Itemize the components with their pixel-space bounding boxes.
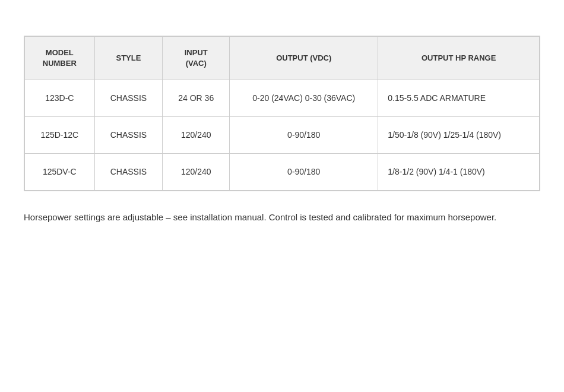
cell-input: 120/240 [163,154,230,191]
col-header-input: INPUT(VAC) [163,37,230,80]
col-header-output-hp: OUTPUT HP RANGE [378,37,540,80]
cell-model: 123D-C [25,80,95,117]
cell-output-hp: 1/50-1/8 (90V) 1/25-1/4 (180V) [378,117,540,154]
table-header-row: MODELNUMBER STYLE INPUT(VAC) OUTPUT (VDC… [25,37,540,80]
product-table: MODELNUMBER STYLE INPUT(VAC) OUTPUT (VDC… [24,36,540,191]
cell-output-vdc: 0-90/180 [230,154,378,191]
table-row: 125D-12CCHASSIS120/2400-90/1801/50-1/8 (… [25,117,540,154]
col-header-model: MODELNUMBER [25,37,95,80]
cell-model: 125D-12C [25,117,95,154]
col-header-style: STYLE [94,37,163,80]
cell-input: 24 OR 36 [163,80,230,117]
cell-style: CHASSIS [94,117,163,154]
cell-style: CHASSIS [94,80,163,117]
cell-style: CHASSIS [94,154,163,191]
footnote-text: Horsepower settings are adjustable – see… [24,210,540,225]
product-table-wrapper: MODELNUMBER STYLE INPUT(VAC) OUTPUT (VDC… [24,36,540,191]
cell-output-vdc: 0-20 (24VAC) 0-30 (36VAC) [230,80,378,117]
cell-output-hp: 1/8-1/2 (90V) 1/4-1 (180V) [378,154,540,191]
cell-output-vdc: 0-90/180 [230,117,378,154]
table-row: 125DV-CCHASSIS120/2400-90/1801/8-1/2 (90… [25,154,540,191]
cell-model: 125DV-C [25,154,95,191]
cell-input: 120/240 [163,117,230,154]
cell-output-hp: 0.15-5.5 ADC ARMATURE [378,80,540,117]
col-header-output-vdc: OUTPUT (VDC) [230,37,378,80]
table-row: 123D-CCHASSIS24 OR 360-20 (24VAC) 0-30 (… [25,80,540,117]
